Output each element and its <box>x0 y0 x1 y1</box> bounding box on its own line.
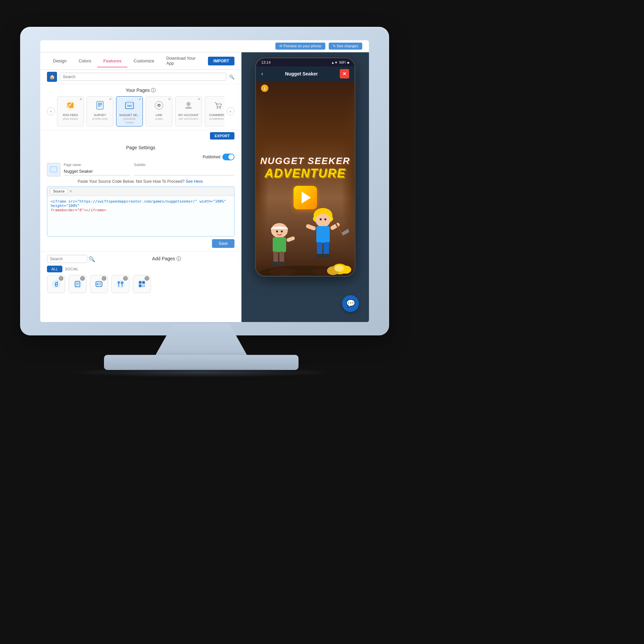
svg-rect-60 <box>316 254 323 258</box>
info-icon-contact: i <box>102 276 106 281</box>
info-icon-qr: i <box>145 276 149 281</box>
page-icon-box <box>47 163 60 176</box>
tab-colors[interactable]: Colors <box>72 55 97 67</box>
import-button[interactable]: IMPORT <box>208 57 234 65</box>
svg-rect-54 <box>316 226 330 243</box>
search-input[interactable] <box>60 73 226 81</box>
game-title-area: NUGGET SEEKER ADVENTURE <box>260 156 351 180</box>
page-settings: Page Settings Published <box>40 142 241 251</box>
filter-social-label: SOCIAL <box>65 267 78 271</box>
wifi-icon: WiFi <box>339 61 346 64</box>
tab-download[interactable]: Download Your App <box>160 52 208 70</box>
editor-close-icon[interactable]: ✕ <box>69 189 72 194</box>
page-item-rss[interactable]: ✕ RSS FEED(RSS FEED) <box>57 96 84 126</box>
source-tab[interactable]: Source <box>50 188 68 194</box>
top-bar: ⟳ Preview on your phone ✎ See changes <box>40 40 369 52</box>
page-name-input[interactable] <box>64 167 131 175</box>
game-title-top: NUGGET SEEKER <box>260 156 351 166</box>
page-item-commerce[interactable]: ✕ COMMERCE(COMMERCE) <box>205 96 224 126</box>
add-page-contact[interactable]: i <box>90 275 108 293</box>
export-button[interactable]: EXPORT <box>210 132 234 140</box>
rss-icon <box>64 99 77 112</box>
tab-features[interactable]: Features <box>97 55 127 67</box>
svg-point-13 <box>217 107 218 109</box>
add-pages-header: 🔍 Add Pages ⓘ <box>47 255 234 263</box>
battery-icon: ■ <box>347 61 349 64</box>
filter-tabs: ALL SOCIAL <box>47 266 234 272</box>
page-label-link: LINK(LINK) <box>155 113 163 121</box>
restaurant-page-icon: i <box>111 275 129 293</box>
page-name-field: Page name: <box>64 163 131 175</box>
monitor-body: ⟳ Preview on your phone ✎ See changes De… <box>20 27 389 335</box>
svg-point-2 <box>68 107 69 108</box>
page-item-account[interactable]: ✕ MY ACCOUNT(MY ACCOUNT) <box>175 96 202 126</box>
phone-game-area: i NUGGET SEEKER ADVENTURE <box>256 81 355 276</box>
game-title-bottom: ADVENTURE <box>260 166 351 180</box>
form-page-icon: i <box>68 275 87 293</box>
export-row: EXPORT <box>40 130 241 142</box>
svg-point-21 <box>52 280 60 288</box>
source-code-display[interactable]: <iframe src="https://swiftspeedappcreato… <box>47 196 234 236</box>
page-item-link[interactable]: ✕ LINK(LINK) <box>146 96 172 126</box>
carousel-next[interactable]: › <box>226 107 234 115</box>
phone-back-button[interactable]: ‹ <box>261 71 263 77</box>
tab-customize[interactable]: Customize <box>127 55 160 67</box>
page-close-rss[interactable]: ✕ <box>79 97 82 101</box>
subtitle-input[interactable] <box>134 167 234 175</box>
svg-rect-45 <box>144 286 145 287</box>
published-row: Published <box>47 154 234 160</box>
your-pages-title: Your Pages ⓘ <box>47 88 234 94</box>
phone-app-title: Nugget Seaker <box>266 71 337 76</box>
your-pages-section: Your Pages ⓘ ‹ ✕ <box>40 84 241 130</box>
add-page-qr[interactable]: i <box>133 275 151 293</box>
account-icon <box>182 99 195 112</box>
page-label-survey: SURVEY(FORM (V3)) <box>92 113 108 121</box>
page-close-link[interactable]: ✕ <box>168 97 171 101</box>
carousel-prev[interactable]: ‹ <box>47 107 55 115</box>
add-page-restaurant[interactable]: i <box>111 275 129 293</box>
add-page-music[interactable]: i <box>47 275 65 293</box>
svg-point-47 <box>269 268 296 276</box>
info-circle-icon[interactable]: i <box>261 85 268 92</box>
add-search-icon: 🔍 <box>89 256 95 262</box>
add-pages-section: 🔍 Add Pages ⓘ ALL SOCIAL <box>40 251 241 297</box>
page-close-survey[interactable]: ✕ <box>109 97 112 101</box>
published-toggle[interactable] <box>222 154 234 160</box>
page-close-nugget[interactable]: ✕ <box>139 97 141 101</box>
home-icon[interactable]: 🏠 <box>47 72 57 82</box>
svg-point-64 <box>281 230 283 232</box>
svg-rect-42 <box>143 285 143 285</box>
svg-rect-68 <box>279 252 284 263</box>
page-item-survey[interactable]: ✕ SURVEY(FORM (V3)) <box>87 96 113 126</box>
filter-all-btn[interactable]: ALL <box>47 266 62 272</box>
page-close-account[interactable]: ✕ <box>198 97 200 101</box>
page-form-row: Page name: Subtitle: <box>47 163 234 176</box>
svg-rect-56 <box>306 224 316 231</box>
phone-status-bar: 13:14 ▲▼ WiFi ■ <box>256 58 355 66</box>
monitor-shadow <box>67 367 335 377</box>
page-label-rss: RSS FEED(RSS FEED) <box>63 113 78 121</box>
subtitle-label: Subtitle: <box>134 163 234 167</box>
chat-bubble-button[interactable]: 💬 <box>342 295 359 312</box>
phone-status-icons: ▲▼ WiFi ■ <box>331 61 349 64</box>
svg-point-53 <box>324 218 326 220</box>
link-page-icon <box>152 99 166 112</box>
add-pages-search[interactable] <box>47 255 87 263</box>
phone-close-button[interactable]: ✕ <box>340 69 349 78</box>
preview-phone-button[interactable]: ⟳ Preview on your phone <box>275 43 325 50</box>
tab-design[interactable]: Design <box>47 55 72 67</box>
see-here-link[interactable]: See Here. <box>185 179 204 184</box>
qr-page-icon: i <box>133 275 151 293</box>
svg-rect-43 <box>144 285 145 285</box>
see-changes-button[interactable]: ✎ See changes <box>329 43 362 50</box>
game-info-icon: i <box>261 85 268 92</box>
add-page-form[interactable]: i <box>68 275 87 293</box>
source-hint: Paste Your Source Code Below. Not Sure H… <box>47 179 234 184</box>
signal-icon: ▲▼ <box>331 61 338 64</box>
svg-rect-66 <box>286 236 295 242</box>
page-item-nugget[interactable]: ✕ NUGGET SE...(SOURCE CODE) <box>116 96 143 126</box>
svg-rect-69 <box>272 262 279 265</box>
svg-point-62 <box>271 223 288 238</box>
svg-point-11 <box>155 101 163 109</box>
save-button[interactable]: Save <box>212 239 234 248</box>
